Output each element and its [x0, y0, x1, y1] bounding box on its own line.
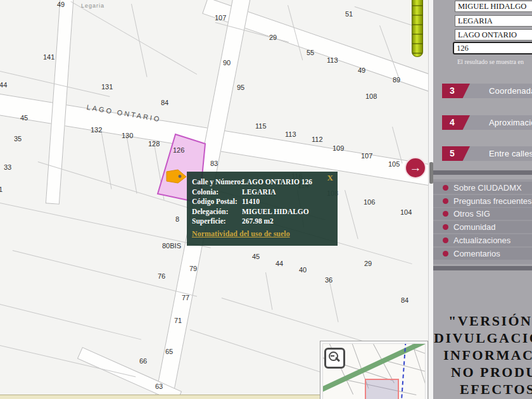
delegacion-field[interactable]: MIGUEL HIDALGO — [455, 1, 532, 12]
parcel-number: 84 — [401, 296, 408, 304]
tooltip-row: Superficie:267.98 m2 — [192, 217, 331, 227]
menu-item-label: Comunidad — [453, 222, 496, 232]
parcel-number: 90 — [223, 59, 231, 66]
parcel-info-tooltip: Calle y Número:LAGO ONTARIO 126Colonia:L… — [187, 172, 338, 246]
step-number: 5 — [442, 148, 462, 158]
menu-item-label: Otros SIG — [453, 209, 490, 218]
parcel-number: 71 — [174, 317, 182, 324]
parcel-number: 49 — [57, 1, 65, 8]
step-label: Aproximación — [489, 118, 532, 127]
step-3[interactable]: 3Coordenadas — [442, 84, 532, 98]
expand-panel-button[interactable]: → — [405, 157, 426, 179]
parcel-number: 65 — [165, 348, 173, 355]
parcel-number: 128 — [148, 140, 160, 148]
parcel-number: 51 — [345, 10, 353, 18]
parcel-number: 113 — [285, 130, 296, 138]
numero-field[interactable]: 126 — [453, 42, 532, 54]
menu-item-otros-sig[interactable]: Otros SIG — [433, 208, 532, 220]
bullet-icon — [443, 198, 448, 204]
parcel-number: 126 — [173, 146, 184, 154]
parcel-number: 115 — [255, 122, 267, 130]
menu-item-label: Sobre CIUDADMX — [453, 183, 522, 193]
parcel-number: 113 — [327, 56, 338, 64]
parcel-number: 36 — [325, 276, 332, 284]
parcel-number: 55 — [307, 49, 314, 56]
parcel-number: 35 — [14, 135, 22, 142]
parcel-number: 79 — [189, 265, 197, 272]
disclaimer-line: EFECTOS — [460, 381, 532, 398]
menu-item-comentarios[interactable]: Comentarios — [433, 248, 532, 260]
parcel-number: 84 — [161, 99, 168, 106]
step-5[interactable]: 5Entre calles: — [442, 146, 532, 161]
bullet-icon — [443, 185, 448, 191]
parcel-number: 108 — [365, 92, 377, 100]
parcel-number: 44 — [276, 260, 283, 267]
minimap-extent-rectangle[interactable] — [365, 379, 399, 399]
tooltip-row: Código Postal:11410 — [192, 197, 331, 207]
tooltip-row: Colonia:LEGARIA — [192, 187, 331, 198]
parcel-number: 144 — [0, 81, 7, 89]
tooltip-row-label: Superficie: — [192, 217, 242, 227]
colonia-map-label: Legaria — [81, 3, 104, 9]
menu-item-label: Preguntas frecuentes — [453, 196, 532, 206]
cadastral-map[interactable]: Legaria LAGO ONTARIO 4914114413184453533… — [0, 0, 428, 399]
bullet-icon — [443, 251, 448, 256]
parcel-number: 109 — [332, 144, 344, 152]
parcel-number: 132 — [91, 126, 102, 134]
parcel-number: 29 — [364, 260, 372, 267]
separator-strip — [433, 170, 532, 175]
menu-item-label: Comentarios — [453, 249, 500, 258]
menu-item-sobre-ciudadmx[interactable]: Sobre CIUDADMX — [433, 182, 532, 194]
tooltip-row: Delegación:MIGUEL HIDALGO — [192, 207, 331, 217]
menu-item-preguntas-frecuentes[interactable]: Preguntas frecuentes — [433, 195, 532, 207]
parcel-number: 104 — [400, 208, 412, 216]
parcel-number: 31 — [0, 186, 3, 193]
tooltip-row-label: Delegación: — [192, 207, 242, 217]
parcel-number: 33 — [4, 163, 11, 171]
parcel-number: 49 — [358, 66, 365, 74]
tooltip-row-value: LEGARIA — [242, 187, 331, 198]
disclaimer-line: NO PRODUCE — [451, 364, 532, 381]
parcel-number: 80BIS — [162, 242, 181, 250]
menu-item-label: Actualizaciones — [453, 236, 510, 245]
calle-field[interactable]: LAGO ONTARIO — [455, 29, 532, 41]
tooltip-row-label: Colonia: — [192, 187, 242, 198]
separator-strip — [433, 266, 532, 270]
parcel-number: 29 — [269, 34, 277, 41]
overview-minimap[interactable] — [320, 341, 428, 399]
location-tag-icon — [166, 169, 187, 184]
parcel-number: 106 — [364, 198, 375, 206]
parcel-number: 77 — [182, 294, 189, 301]
tooltip-row: Calle y Número:LAGO ONTARIO 126 — [192, 177, 331, 187]
sidebar-menu: Sobre CIUDADMXPreguntas frecuentesOtros … — [433, 179, 532, 264]
tooltip-row-value: 267.98 m2 — [242, 217, 331, 227]
step-label: Coordenadas — [489, 86, 532, 96]
colonia-field[interactable]: LEGARIA — [455, 15, 532, 27]
disclaimer-line: INFORMACIÓN — [443, 347, 532, 364]
bullet-icon — [443, 224, 448, 230]
zoom-out-button[interactable] — [324, 348, 345, 369]
tooltip-row-value: MIGUEL HIDALGO — [242, 207, 331, 217]
bullet-icon — [443, 238, 448, 243]
parcel-number: 141 — [43, 53, 54, 61]
landuse-normativity-link[interactable]: Normatividad del uso de suelo — [192, 229, 290, 239]
search-sidebar: MIGUEL HIDALGOLEGARIALAGO ONTARIO126 El … — [433, 0, 532, 399]
parcel-number: 131 — [101, 83, 113, 91]
parcel-number: 95 — [237, 84, 244, 91]
parcel-number: 89 — [393, 76, 400, 84]
tooltip-row-value: LAGO ONTARIO 126 — [242, 177, 331, 187]
menu-item-actualizaciones[interactable]: Actualizaciones — [433, 234, 532, 246]
tooltip-close-button[interactable]: X — [327, 173, 333, 183]
parcel-number: 8 — [175, 215, 179, 223]
tooltip-row-label: Código Postal: — [192, 197, 242, 207]
menu-item-comunidad[interactable]: Comunidad — [433, 221, 532, 233]
step-number: 3 — [442, 86, 462, 96]
disclaimer-line: "VERSIÓN DE — [448, 313, 532, 329]
parcel-number: 45 — [252, 253, 260, 260]
parcel-number: 112 — [312, 136, 323, 143]
app-window: Legaria LAGO ONTARIO 4914114413184453533… — [0, 0, 532, 399]
parcel-number: 40 — [299, 266, 307, 274]
step-4[interactable]: 4Aproximación — [442, 115, 532, 130]
disclaimer-line: DIVULGACIÓN, — [434, 330, 532, 346]
bullet-icon — [443, 211, 448, 217]
